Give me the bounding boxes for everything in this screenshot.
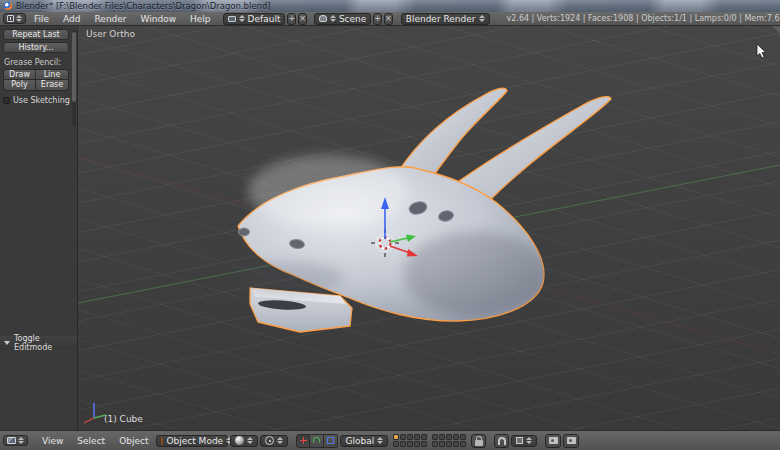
translate-icon (300, 437, 307, 444)
menu-window[interactable]: Window (135, 14, 183, 24)
layer-cell[interactable] (453, 434, 459, 440)
sketching-sessions-label: Use Sketching Sessio (13, 96, 71, 105)
grease-pencil-label: Grease Pencil: (4, 58, 73, 67)
viewport-shading-selector[interactable] (230, 435, 258, 447)
lock-to-scene-button[interactable] (471, 434, 486, 448)
view3d-editor-icon (7, 437, 16, 444)
chevron-updown-icon (16, 15, 22, 22)
layer-cell[interactable] (432, 441, 438, 447)
toggle-editmode-panel-header[interactable]: Toggle Editmode (0, 336, 77, 350)
chevron-updown-icon (377, 437, 383, 444)
scene-value: Scene (339, 14, 366, 24)
menu-object[interactable]: Object (113, 436, 154, 446)
scene-statistics: v2.64 | Verts:1924 | Faces:1908 | Object… (507, 14, 780, 23)
layer-cell[interactable] (446, 434, 452, 440)
layer-cell[interactable] (407, 441, 413, 447)
layer-cell[interactable] (460, 434, 466, 440)
shading-sphere-icon (235, 436, 244, 445)
pivot-point-selector[interactable] (260, 435, 288, 447)
mini-axis-gizmo (84, 403, 106, 423)
layer-cell[interactable] (414, 434, 420, 440)
repeat-last-button[interactable]: Repeat Last (3, 29, 69, 40)
mode-selector[interactable]: Object Mode (156, 435, 228, 447)
editor-type-button-3dview[interactable] (3, 435, 28, 446)
rotate-icon (313, 437, 320, 444)
snap-toggle-button[interactable] (494, 434, 509, 448)
grease-pencil-line-button[interactable]: Line (36, 69, 69, 80)
pivot-point-icon (265, 436, 274, 445)
orientation-value: Global (345, 436, 374, 446)
area-corner-widget[interactable] (772, 26, 780, 34)
screen-layout-selector[interactable]: Default (223, 13, 286, 25)
snap-element-icon (516, 437, 523, 444)
manipulator-translate-button[interactable] (296, 434, 310, 448)
layer-cell[interactable] (393, 441, 399, 447)
render-opengl-still-button[interactable] (545, 434, 561, 448)
mouse-cursor (757, 44, 766, 58)
scene-selector[interactable]: Scene (314, 13, 371, 25)
layer-cell[interactable] (400, 434, 406, 440)
dragon-head-model[interactable] (233, 88, 611, 332)
layer-cell[interactable] (439, 441, 445, 447)
grease-pencil-draw-button[interactable]: Draw (3, 69, 36, 80)
layer-cell[interactable] (400, 441, 406, 447)
panel-collapse-icon (4, 341, 10, 345)
scene-close-button[interactable]: × (384, 13, 393, 25)
menu-select[interactable]: Select (71, 436, 111, 446)
render-opengl-anim-button[interactable] (563, 434, 579, 448)
manipulator-rotate-button[interactable] (310, 434, 324, 448)
window-titlebar[interactable]: Blender* [F:\Blender Files\Characters\Dr… (0, 0, 780, 12)
info-header: File Add Render Window Help Default + × … (0, 12, 780, 26)
history-button[interactable]: History... (3, 42, 69, 53)
layer-cell[interactable] (446, 441, 452, 447)
chevron-updown-icon (18, 437, 24, 444)
camera-anim-icon (567, 437, 576, 444)
tool-shelf-scrollbar[interactable] (72, 30, 76, 126)
editor-type-button[interactable] (3, 13, 26, 24)
scene-add-button[interactable]: + (373, 13, 382, 25)
menu-file[interactable]: File (28, 14, 55, 24)
grease-pencil-poly-button[interactable]: Poly (3, 80, 36, 91)
layer-cell[interactable] (421, 441, 427, 447)
layer-cell[interactable] (439, 434, 445, 440)
grease-pencil-erase-button[interactable]: Erase (36, 80, 69, 91)
chevron-updown-icon (526, 437, 532, 444)
screen-layout-close-button[interactable]: × (298, 13, 307, 25)
menu-help[interactable]: Help (184, 14, 217, 24)
active-object-label: (1) Cube (104, 414, 143, 424)
sketching-sessions-checkbox[interactable] (3, 97, 10, 104)
menu-add[interactable]: Add (57, 14, 86, 24)
object-mode-cube-icon (161, 437, 163, 445)
mode-value: Object Mode (166, 436, 223, 446)
snap-element-selector[interactable] (511, 435, 537, 447)
blender-app-icon (4, 2, 12, 10)
layer-cell[interactable] (432, 434, 438, 440)
window-title: Blender* [F:\Blender Files\Characters\Dr… (16, 1, 271, 11)
layer-cell[interactable] (421, 434, 427, 440)
transform-orientation-selector[interactable]: Global (340, 435, 388, 447)
screen-layout-add-button[interactable]: + (287, 13, 296, 25)
chevron-updown-icon (479, 15, 485, 22)
layer-cell[interactable] (414, 441, 420, 447)
layer-cell[interactable] (460, 441, 466, 447)
manipulator-scale-button[interactable] (324, 434, 338, 448)
scene-icon (319, 15, 327, 22)
layer-cell[interactable] (407, 434, 413, 440)
render-engine-selector[interactable]: Blender Render (401, 13, 490, 25)
layers-widget[interactable] (393, 434, 466, 447)
info-editor-icon (7, 15, 14, 22)
magnet-icon (498, 437, 506, 445)
chevron-updown-icon (239, 15, 245, 22)
sketching-sessions-row[interactable]: Use Sketching Sessio (3, 96, 73, 105)
chevron-updown-icon (330, 15, 336, 22)
layer-cell[interactable] (393, 434, 399, 440)
menu-render[interactable]: Render (89, 14, 133, 24)
screen-layout-icon (228, 16, 236, 22)
render-engine-value: Blender Render (406, 14, 476, 24)
lock-icon (475, 440, 483, 446)
menu-view[interactable]: View (36, 436, 69, 446)
viewport-3d[interactable]: User Ortho (1) Cube (78, 26, 780, 430)
chevron-updown-icon (277, 437, 283, 444)
nostril-left (239, 228, 250, 236)
layer-cell[interactable] (453, 441, 459, 447)
